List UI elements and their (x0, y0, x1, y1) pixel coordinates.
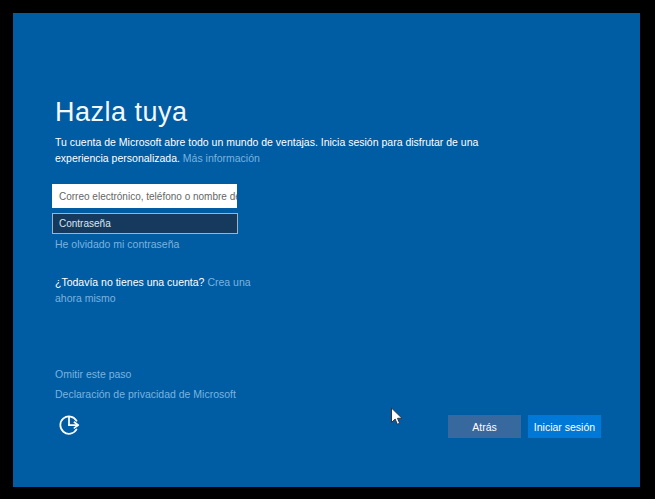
skip-step-link[interactable]: Omitir este paso (55, 368, 131, 380)
forgot-password-link[interactable]: He olvidado mi contraseña (55, 238, 179, 250)
oobe-signin-panel: Hazla tuya Tu cuenta de Microsoft abre t… (13, 13, 640, 487)
back-button[interactable]: Atrás (448, 415, 521, 438)
ease-of-access-button[interactable] (56, 411, 82, 437)
page-title: Hazla tuya (55, 97, 188, 128)
intro-line2: experiencia personalizada. (55, 152, 180, 164)
email-input[interactable] (52, 184, 237, 208)
sign-in-button[interactable]: Iniciar sesión (528, 415, 601, 438)
privacy-statement-link[interactable]: Declaración de privacidad de Microsoft (55, 388, 236, 400)
intro-line1: Tu cuenta de Microsoft abre todo un mund… (55, 136, 478, 148)
no-account-block: ¿Todavía no tienes una cuenta? Crea unaa… (55, 275, 251, 306)
password-input[interactable] (52, 213, 238, 234)
more-info-link[interactable]: Más información (183, 152, 260, 164)
no-account-text: ¿Todavía no tienes una cuenta? (55, 276, 204, 288)
create-account-link-line2[interactable]: ahora mismo (55, 292, 116, 304)
clock-arrow-icon (56, 411, 82, 437)
mouse-cursor (390, 407, 403, 427)
intro-text: Tu cuenta de Microsoft abre todo un mund… (55, 135, 478, 166)
create-account-link-line1[interactable]: Crea una (207, 276, 250, 288)
